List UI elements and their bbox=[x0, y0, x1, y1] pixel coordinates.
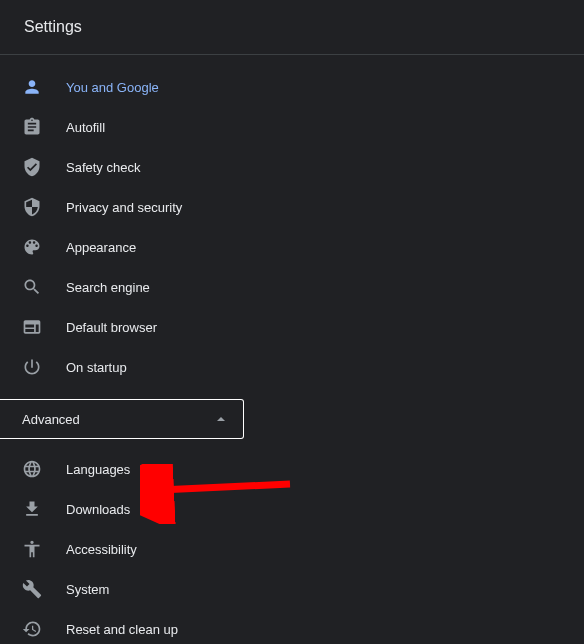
nav-item-default-browser[interactable]: Default browser bbox=[0, 307, 584, 347]
nav-label: Search engine bbox=[66, 280, 150, 295]
nav-item-system[interactable]: System bbox=[0, 569, 584, 609]
nav-item-accessibility[interactable]: Accessibility bbox=[0, 529, 584, 569]
nav-item-you-and-google[interactable]: You and Google bbox=[0, 67, 584, 107]
language-icon bbox=[22, 459, 42, 479]
nav-label: Appearance bbox=[66, 240, 136, 255]
settings-header: Settings bbox=[0, 0, 584, 55]
nav-item-appearance[interactable]: Appearance bbox=[0, 227, 584, 267]
page-title: Settings bbox=[24, 18, 560, 36]
nav-item-on-startup[interactable]: On startup bbox=[0, 347, 584, 387]
power-icon bbox=[22, 357, 42, 377]
nav-label: Languages bbox=[66, 462, 130, 477]
nav-label: Safety check bbox=[66, 160, 140, 175]
advanced-label: Advanced bbox=[22, 412, 80, 427]
chevron-up-icon bbox=[217, 417, 225, 421]
palette-icon bbox=[22, 237, 42, 257]
settings-nav: You and Google Autofill Safety check Pri… bbox=[0, 55, 584, 644]
nav-label: Accessibility bbox=[66, 542, 137, 557]
web-icon bbox=[22, 317, 42, 337]
search-icon bbox=[22, 277, 42, 297]
accessibility-icon bbox=[22, 539, 42, 559]
nav-item-reset[interactable]: Reset and clean up bbox=[0, 609, 584, 644]
nav-item-autofill[interactable]: Autofill bbox=[0, 107, 584, 147]
nav-label: Autofill bbox=[66, 120, 105, 135]
nav-item-privacy-security[interactable]: Privacy and security bbox=[0, 187, 584, 227]
nav-label: Reset and clean up bbox=[66, 622, 178, 637]
nav-item-safety-check[interactable]: Safety check bbox=[0, 147, 584, 187]
nav-label: Default browser bbox=[66, 320, 157, 335]
download-icon bbox=[22, 499, 42, 519]
verified-user-icon bbox=[22, 157, 42, 177]
nav-item-search-engine[interactable]: Search engine bbox=[0, 267, 584, 307]
nav-label: You and Google bbox=[66, 80, 159, 95]
nav-item-downloads[interactable]: Downloads bbox=[0, 489, 584, 529]
restore-icon bbox=[22, 619, 42, 639]
nav-label: System bbox=[66, 582, 109, 597]
advanced-toggle[interactable]: Advanced bbox=[0, 399, 244, 439]
nav-item-languages[interactable]: Languages bbox=[0, 449, 584, 489]
nav-label: Privacy and security bbox=[66, 200, 182, 215]
person-icon bbox=[22, 77, 42, 97]
security-icon bbox=[22, 197, 42, 217]
assignment-icon bbox=[22, 117, 42, 137]
nav-label: On startup bbox=[66, 360, 127, 375]
nav-label: Downloads bbox=[66, 502, 130, 517]
build-icon bbox=[22, 579, 42, 599]
